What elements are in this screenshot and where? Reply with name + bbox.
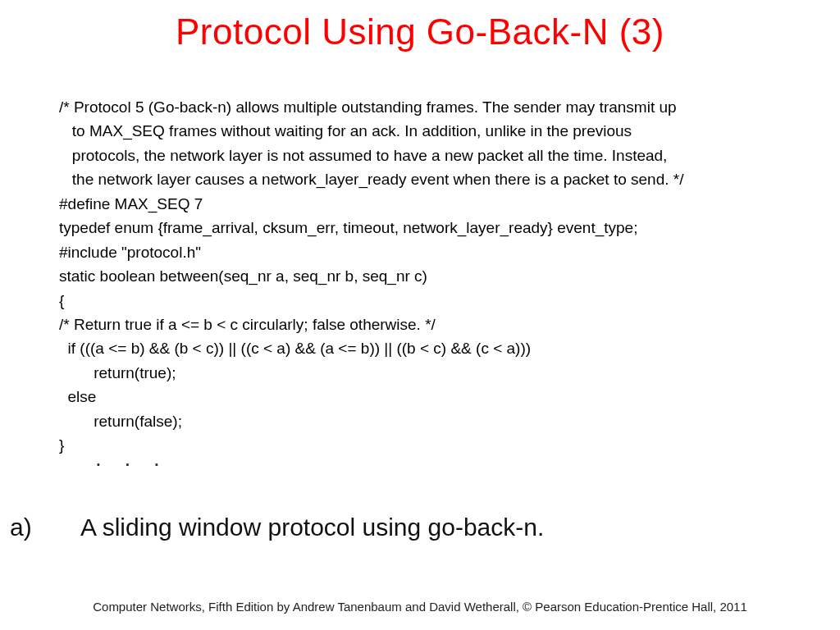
code-line: /* Protocol 5 (Go-back-n) allows multipl… (59, 95, 791, 119)
code-line: return(false); (59, 409, 791, 433)
code-line: #include "protocol.h" (59, 240, 791, 264)
code-block: /* Protocol 5 (Go-back-n) allows multipl… (59, 95, 791, 458)
caption-text: A sliding window protocol using go-back-… (80, 514, 544, 541)
slide: Protocol Using Go-Back-N (3) /* Protocol… (0, 0, 840, 630)
code-line: } (59, 433, 791, 457)
code-line: static boolean between(seq_nr a, seq_nr … (59, 264, 791, 288)
code-line: the network layer causes a network_layer… (59, 167, 791, 191)
code-line: { (59, 289, 791, 313)
code-line: #define MAX_SEQ 7 (59, 192, 791, 216)
code-line: protocols, the network layer is not assu… (59, 144, 791, 167)
code-line: if (((a <= b) && (b < c)) || ((c < a) &&… (59, 336, 791, 360)
slide-footer: Computer Networks, Fifth Edition by Andr… (0, 600, 840, 614)
code-line: return(true); (59, 361, 791, 385)
code-line: else (59, 385, 791, 409)
continuation-ellipsis: . . . (95, 445, 168, 472)
caption-label: a) (10, 514, 32, 541)
code-line: /* Return true if a <= b < c circularly;… (59, 313, 791, 336)
code-line: to MAX_SEQ frames without waiting for an… (59, 119, 791, 143)
code-line: typedef enum {frame_arrival, cksum_err, … (59, 216, 791, 240)
slide-title: Protocol Using Go-Back-N (3) (0, 11, 840, 52)
